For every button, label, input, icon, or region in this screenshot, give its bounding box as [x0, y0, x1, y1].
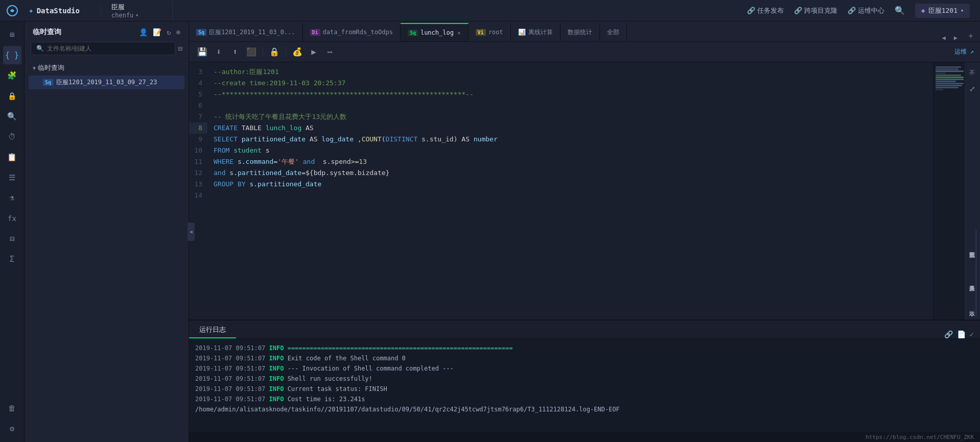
tab-nav-prev[interactable]: ◀ — [938, 34, 950, 41]
lock-button[interactable]: 🔒 — [267, 45, 282, 59]
tab-sq-1[interactable]: Sq 臣服1201_2019_11_03_0... — [189, 23, 303, 41]
code-line-11: WHERE s.command='午餐' and s.spend>=13 — [214, 156, 933, 167]
code-line-9: SELECT partitioned_date AS log_date ,COU… — [214, 134, 933, 145]
code-content[interactable]: --author:臣服1201 --create time:2019-11-03… — [207, 62, 933, 320]
tab-label-vi: root — [488, 29, 503, 36]
link-icon3: 🔗 — [848, 7, 856, 14]
global-search-btn[interactable]: 🔍 — [895, 6, 905, 15]
log-line-5: 2019-11-07 09:51:07 INFO Current task st… — [195, 384, 974, 394]
toolbar: 💾 ⬇ ⬆ ⬛ 🔒 💰 ▶ ⋯ 运维 ↗ — [189, 42, 980, 62]
right-panel-schedule[interactable]: 调度配置 — [968, 230, 977, 265]
file-name: 臣服1201_2019_11_03_09_27_23 — [56, 78, 157, 87]
tab-label-all: 全部 — [607, 28, 619, 37]
tab-vi[interactable]: Vi root — [469, 23, 511, 41]
code-line-10: FROM student s — [214, 145, 933, 156]
sidebar-item-func[interactable]: fx — [3, 209, 21, 228]
user-diamond-icon: ◆ — [921, 7, 925, 14]
log-tab-active[interactable]: 运行日志 — [189, 322, 236, 338]
sidebar-item-sigma[interactable]: Σ — [3, 250, 21, 268]
tab-badge-vi: Vi — [476, 29, 486, 36]
panel-add-icon[interactable]: 📝 — [153, 28, 161, 36]
tree-collapse-icon: ▼ — [33, 65, 36, 71]
log-line-4: 2019-11-07 09:51:07 INFO Shell run succe… — [195, 374, 974, 384]
sidebar-item-settings[interactable]: ⚙ — [3, 420, 21, 438]
tab-stats[interactable]: 数据统计 — [561, 23, 600, 41]
file-badge: Sq — [43, 79, 53, 86]
tab-label-offline: 离线计算 — [528, 28, 553, 37]
ops-link[interactable]: 运维 ↗ — [954, 47, 974, 56]
nav-task-publish[interactable]: 🔗 任务发布 — [747, 6, 784, 15]
code-line-4: --create time:2019-11-03 20:25:37 — [214, 78, 933, 89]
sidebar-item-filter[interactable]: ⚗ — [3, 189, 21, 207]
upload-button[interactable]: ⬆ — [228, 45, 242, 59]
content-area: Sq 臣服1201_2019_11_03_0... Di data_fromRd… — [189, 21, 980, 442]
sidebar-item-home[interactable]: ⊞ — [3, 26, 21, 44]
tab-sq-active[interactable]: Sq lunch_log ✕ — [401, 23, 469, 41]
tree-file-item[interactable]: Sq 臣服1201_2019_11_03_09_27_23 — [29, 76, 184, 89]
user-dropdown-icon: ▾ — [961, 8, 964, 13]
cost-button[interactable]: 💰 — [290, 45, 305, 59]
code-line-3: --author:臣服1201 — [214, 66, 933, 78]
sidebar-item-table[interactable]: ⊟ — [3, 230, 21, 248]
tab-offline[interactable]: 📊 离线计算 — [511, 23, 561, 41]
minimap — [933, 62, 964, 320]
sidebar-item-history[interactable]: ⏱ — [3, 128, 21, 146]
right-btn-expand[interactable]: ⤢ — [965, 82, 979, 96]
sidebar-item-lock[interactable]: 🔒 — [3, 87, 21, 105]
log-icon-2[interactable]: 📄 — [957, 330, 966, 338]
app-logo — [0, 5, 25, 17]
tab-label-sq-active: lunch_log — [421, 29, 454, 36]
search-input[interactable] — [47, 45, 170, 52]
tab-add-btn[interactable]: ＋ — [962, 31, 980, 41]
log-icon-1[interactable]: 🔗 — [944, 330, 953, 338]
log-line-3: 2019-11-07 09:51:07 INFO --- Invocation … — [195, 363, 974, 374]
code-line-14 — [214, 190, 933, 201]
tab-close-icon[interactable]: ✕ — [457, 30, 461, 36]
search-icon: 🔍 — [36, 45, 44, 52]
right-panel-version[interactable]: 版本 — [968, 296, 977, 316]
project-name: 臣服 — [111, 3, 162, 12]
panel-refresh-icon[interactable]: ↻ — [167, 28, 171, 36]
stop-button[interactable]: ⬛ — [244, 45, 259, 59]
log-tab-bar: 运行日志 🔗 📄 ✓ — [189, 321, 980, 339]
code-line-6 — [214, 100, 933, 111]
right-panel-lineage[interactable]: 血缘关系 — [968, 265, 977, 296]
tab-di[interactable]: Di data_fromRds_toOdps — [303, 23, 401, 41]
tree-group-label: 临时查询 — [38, 63, 64, 72]
nav-ops-center[interactable]: 🔗 运维中心 — [848, 6, 884, 15]
user-menu[interactable]: ◆ 臣服1201 ▾ — [915, 4, 970, 18]
sidebar-item-code[interactable]: { } — [3, 46, 21, 64]
sidebar-item-trash[interactable]: 🗑 — [3, 399, 21, 418]
tab-all[interactable]: 全部 — [600, 23, 627, 41]
nav-cross-clone[interactable]: 🔗 跨项目克隆 — [794, 6, 837, 15]
log-content[interactable]: 2019-11-07 09:51:07 INFO ===============… — [189, 339, 980, 432]
panel-more-icon[interactable]: ⊕ — [176, 28, 180, 36]
link-icon2: 🔗 — [794, 7, 802, 14]
tree-group[interactable]: ▼ 临时查询 — [29, 61, 184, 75]
panel-user-icon[interactable]: 👤 — [139, 28, 148, 36]
tab-label-stats: 数据统计 — [568, 28, 592, 37]
sidebar-item-search[interactable]: 🔍 — [3, 107, 21, 126]
panel-collapse-btn[interactable]: ◀ — [188, 223, 195, 241]
bottom-area: 运行日志 🔗 📄 ✓ 2019-11-07 09:51:07 INFO ====… — [189, 320, 980, 432]
download-button[interactable]: ⬇ — [212, 45, 226, 59]
project-selector[interactable]: 臣服 chenfu ▾ — [101, 1, 173, 21]
sidebar-item-list[interactable]: ☰ — [3, 168, 21, 187]
log-icon-3[interactable]: ✓ — [970, 330, 974, 338]
offline-icon: 📊 — [518, 29, 526, 36]
code-line-12: and s.partitioned_date=${bdp.system.bizd… — [214, 167, 933, 179]
run-button[interactable]: ▶ — [307, 45, 321, 59]
more-button[interactable]: ⋯ — [323, 45, 337, 59]
save-button[interactable]: 💾 — [195, 45, 209, 59]
tab-badge-sq1: Sq — [196, 29, 206, 36]
filter-icon[interactable]: ⊟ — [178, 44, 182, 53]
sidebar-item-plugin[interactable]: 🧩 — [3, 66, 21, 85]
code-editor[interactable]: 3 4 5 6 7 8 9 10 11 12 13 14 --author:臣服… — [189, 62, 964, 320]
sidebar-item-task[interactable]: 📋 — [3, 148, 21, 166]
dropdown-icon: ▾ — [135, 12, 138, 18]
log-line-2: 2019-11-07 09:51:07 INFO Exit code of th… — [195, 353, 974, 363]
left-panel: 临时查询 👤 📝 ↻ ⊕ 🔍 ⊟ ▼ 临时查询 Sq 臣服1201_2019_1… — [25, 21, 189, 442]
tab-nav-next[interactable]: ▶ — [950, 34, 962, 41]
right-btn-up[interactable]: 不 — [965, 65, 979, 80]
code-line-8: CREATE TABLE lunch_log AS — [214, 122, 933, 134]
